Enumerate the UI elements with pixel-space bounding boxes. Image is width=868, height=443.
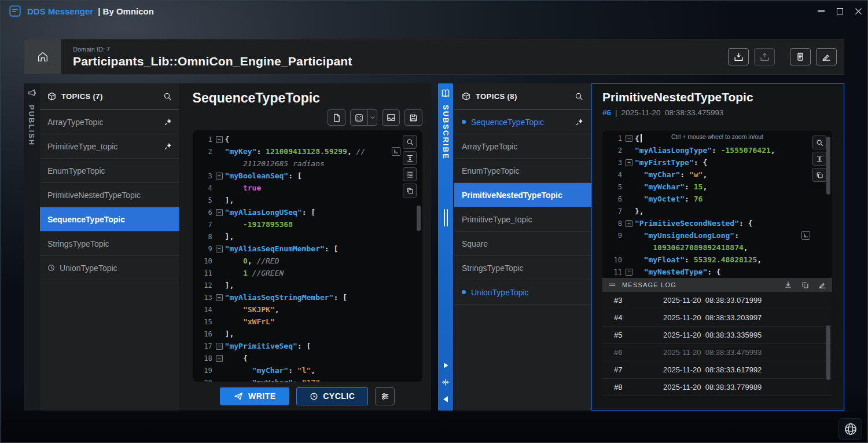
viewer-code-tools	[812, 136, 826, 182]
code-line: 12],	[193, 279, 422, 291]
fit-height-icon[interactable]	[812, 152, 826, 166]
fold-marker[interactable]	[214, 343, 225, 350]
log-drag-icon[interactable]	[608, 281, 616, 289]
topic-label: EnumTypeTopic	[47, 166, 105, 175]
viewer-scrollbar[interactable]	[826, 137, 830, 195]
fold-marker[interactable]	[214, 209, 225, 216]
dice-icon[interactable]	[351, 110, 368, 125]
topic-label: ArrayTypeTopic	[47, 118, 103, 127]
pin-icon[interactable]	[576, 118, 583, 126]
new-sample-button[interactable]	[328, 109, 345, 126]
save-sample-button[interactable]	[404, 109, 422, 126]
topic-label: UnionTypeTopic	[471, 288, 529, 297]
fold-marker[interactable]	[214, 355, 225, 362]
message-log-row[interactable]: #42025-11-20 08:38:33.203997	[602, 309, 832, 327]
angle-unit-icon[interactable]	[801, 231, 810, 240]
log-sample-timestamp: 2025-11-20 08:38:33.203997	[663, 313, 762, 322]
topic-item-SequenceTypeTopic[interactable]: SequenceTypeTopic	[40, 207, 179, 232]
export-log-button[interactable]	[784, 281, 792, 289]
fold-marker[interactable]	[623, 269, 635, 276]
topic-item-Square[interactable]: Square	[454, 232, 591, 256]
export-button[interactable]	[754, 48, 775, 65]
search-icon[interactable]	[403, 135, 417, 149]
cyclic-button[interactable]: CYCLIC	[296, 387, 368, 405]
omnicon-logo-button[interactable]	[838, 418, 862, 440]
code-line: 18{	[193, 352, 422, 364]
publish-topics-panel: TOPICS (7) ArrayTypeTopicPrimitiveType_t…	[40, 83, 180, 411]
panel-resize-handle[interactable]	[444, 209, 448, 226]
cyclic-settings-button[interactable]	[375, 387, 395, 405]
fold-marker[interactable]	[214, 173, 225, 180]
topic-item-UnionTypeTopic[interactable]: UnionTypeTopic	[40, 256, 179, 280]
publish-topics-list: ArrayTypeTopicPrimitiveType_topicEnumTyp…	[40, 110, 179, 280]
statistics-button[interactable]	[816, 48, 837, 65]
code-line: 2112012685 radians	[193, 158, 422, 170]
random-sample-button[interactable]	[350, 109, 377, 126]
maximize-button[interactable]	[830, 1, 849, 21]
message-log-row[interactable]: #32025-11-20 08:38:33.071999	[602, 292, 832, 309]
sample-viewer[interactable]: Ctrl + mouse wheel to zoom in/out 1{2"my…	[602, 131, 832, 278]
collapse-center-icon[interactable]	[442, 378, 450, 386]
message-log-row[interactable]: #72025-11-20 08:38:33.617992	[602, 361, 832, 379]
close-button[interactable]	[849, 1, 867, 21]
log-sample-timestamp: 2025-11-20 08:38:33.335995	[663, 331, 762, 339]
code-line: 10"myFloat": 55392.48828125,	[602, 254, 832, 266]
code-line: 15"xWFrL"	[193, 316, 422, 328]
records-button[interactable]	[790, 48, 811, 65]
copy-icon[interactable]	[812, 168, 826, 182]
topic-item-ArrayTypeTopic[interactable]: ArrayTypeTopic	[40, 110, 179, 134]
log-scrollbar[interactable]	[826, 325, 830, 380]
import-button[interactable]	[728, 48, 749, 65]
topic-item-EnumTypeTopic[interactable]: EnumTypeTopic	[40, 159, 179, 183]
collapse-left-icon[interactable]	[442, 395, 450, 404]
play-icon[interactable]	[442, 361, 450, 369]
log-statistics-button[interactable]	[818, 281, 826, 289]
pin-icon[interactable]	[164, 142, 172, 150]
log-sample-timestamp: 2025-11-20 08:38:33.071999	[663, 296, 762, 305]
code-line: 8],	[193, 230, 422, 243]
topic-item-SequenceTypeTopic[interactable]: SequenceTypeTopic	[454, 110, 591, 134]
message-log-row[interactable]: #62025-11-20 08:38:33.475993	[602, 344, 832, 361]
chevron-down-icon[interactable]	[368, 110, 377, 125]
topic-item-ArrayTypeTopic[interactable]: ArrayTypeTopic	[454, 134, 591, 159]
fold-marker[interactable]	[623, 220, 635, 227]
log-sample-id: #7	[614, 365, 663, 374]
publish-panel-tab[interactable]: PUBLISH	[24, 83, 40, 411]
auto-indent-icon[interactable]	[403, 167, 417, 181]
load-sample-button[interactable]	[382, 109, 400, 126]
editor-scrollbar[interactable]	[417, 206, 421, 231]
message-log-header: MESSAGE LOG	[602, 278, 832, 292]
search-icon[interactable]	[812, 136, 826, 149]
topic-item-PrimitiveType_topic[interactable]: PrimitiveType_topic	[40, 134, 179, 159]
log-sample-id: #4	[614, 313, 663, 322]
fold-marker[interactable]	[214, 246, 225, 252]
minimize-button[interactable]	[812, 1, 830, 21]
topic-item-PrimitiveNestedTypeTopic[interactable]: PrimitiveNestedTypeTopic	[40, 183, 179, 207]
fold-marker[interactable]	[214, 294, 225, 301]
angle-unit-icon[interactable]	[392, 147, 400, 156]
topic-item-EnumTypeTopic[interactable]: EnumTypeTopic	[454, 159, 591, 183]
search-icon[interactable]	[575, 92, 583, 101]
topic-item-PrimitiveNestedTypeTopic[interactable]: PrimitiveNestedTypeTopic	[454, 183, 591, 207]
topic-item-UnionTypeTopic[interactable]: UnionTypeTopic	[454, 280, 591, 305]
topic-item-StringsTypeTopic[interactable]: StringsTypeTopic	[40, 232, 179, 256]
meta-separator: |	[615, 108, 617, 117]
fold-marker[interactable]	[623, 159, 635, 166]
message-log-row[interactable]: #82025-11-20 08:38:33.779989	[602, 379, 832, 396]
home-button[interactable]	[24, 39, 61, 74]
fold-marker[interactable]	[214, 136, 225, 143]
search-icon[interactable]	[163, 92, 172, 101]
pin-icon[interactable]	[164, 118, 172, 126]
copy-log-button[interactable]	[801, 281, 809, 289]
write-button[interactable]: WRITE	[220, 387, 289, 405]
topic-item-PrimitiveType_topic[interactable]: PrimitiveType_topic	[454, 207, 591, 232]
subscribe-panel-strip[interactable]: SUBSCRIBE	[438, 83, 453, 411]
topic-item-StringsTypeTopic[interactable]: StringsTypeTopic	[454, 256, 591, 280]
book-icon	[441, 89, 450, 98]
topic-label: PrimitiveNestedTypeTopic	[462, 191, 562, 200]
write-button-label: WRITE	[248, 391, 276, 401]
message-log-row[interactable]: #52025-11-20 08:38:33.335995	[602, 327, 832, 344]
copy-icon[interactable]	[403, 184, 417, 197]
sample-json-editor[interactable]: 1{2"myKey": 121009413128.59299, //211201…	[193, 130, 422, 382]
fit-height-icon[interactable]	[403, 151, 417, 165]
